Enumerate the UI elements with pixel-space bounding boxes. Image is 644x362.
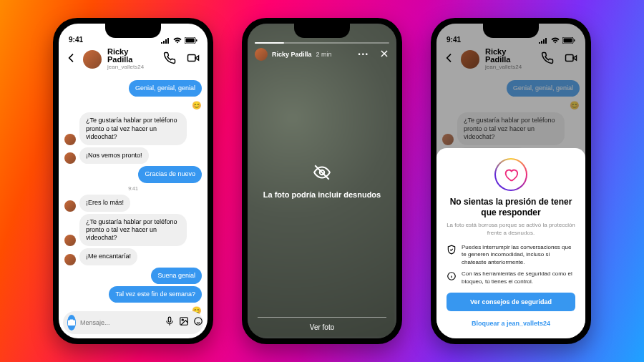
promo-stage: 9:41 Ricky Padilla jean_vallets24 bbox=[0, 0, 644, 362]
msg-other[interactable]: ¡Me encantaría! bbox=[79, 248, 137, 265]
safety-tips-button[interactable]: Ver consejos de seguridad bbox=[447, 293, 575, 311]
sticker-icon[interactable] bbox=[193, 316, 203, 329]
phone-sheet: 9:41 Ricky Padilla jean_vallets24 bbox=[431, 18, 591, 344]
sheet-bullet: Puedes interrumpir las conversaciones qu… bbox=[447, 244, 575, 266]
msg-other[interactable]: ¡Eres lo más! bbox=[79, 195, 130, 211]
phone-story: Ricky Padilla 2 min ••• La foto podría i… bbox=[242, 18, 402, 344]
progress-bar bbox=[255, 42, 389, 44]
msg-mine[interactable]: Genial, genial, genial bbox=[129, 80, 202, 97]
phone-chat: 9:41 Ricky Padilla jean_vallets24 bbox=[53, 18, 213, 344]
svg-rect-2 bbox=[196, 39, 197, 41]
composer bbox=[63, 311, 203, 334]
msg-other[interactable]: ¡Nos vemos pronto! bbox=[79, 147, 149, 164]
avatar-small bbox=[64, 200, 76, 212]
story-author: Ricky Padilla bbox=[272, 51, 312, 58]
svg-point-7 bbox=[195, 318, 203, 326]
avatar[interactable] bbox=[255, 48, 268, 61]
chat-handle: jean_vallets24 bbox=[107, 64, 152, 70]
heart-ring-icon bbox=[494, 158, 527, 191]
block-user-button[interactable]: Bloquear a jean_vallets24 bbox=[447, 315, 575, 331]
chat-scroll[interactable]: Genial, genial, genial 😊 ¿Te gustaría ha… bbox=[59, 75, 208, 317]
svg-rect-4 bbox=[168, 317, 171, 322]
image-icon[interactable] bbox=[179, 316, 189, 329]
avatar-small bbox=[64, 152, 76, 164]
avatar-small bbox=[64, 235, 76, 246]
msg-other[interactable]: ¿Te gustaría hablar por teléfono pronto … bbox=[79, 214, 187, 247]
avatar[interactable] bbox=[83, 50, 102, 69]
mic-icon[interactable] bbox=[165, 316, 175, 329]
notch bbox=[105, 22, 161, 38]
chat-title-block[interactable]: Ricky Padilla jean_vallets24 bbox=[107, 48, 152, 70]
avatar-small bbox=[64, 134, 76, 145]
chat-name: Ricky Padilla bbox=[107, 48, 152, 64]
safety-sheet: No sientas la presión de tener que respo… bbox=[436, 148, 585, 338]
close-icon[interactable] bbox=[379, 49, 389, 60]
status-icons bbox=[161, 37, 197, 44]
sheet-title: No sientas la presión de tener que respo… bbox=[447, 197, 575, 218]
msg-mine[interactable]: Suena genial bbox=[151, 268, 202, 284]
msg-mine[interactable]: Gracias de nuevo bbox=[138, 166, 202, 182]
sheet-subtitle: La foto está borrosa porque se activó la… bbox=[447, 222, 575, 237]
camera-button[interactable] bbox=[67, 315, 76, 331]
svg-point-6 bbox=[182, 319, 183, 321]
shield-check-icon bbox=[447, 245, 457, 255]
back-icon[interactable] bbox=[66, 52, 77, 67]
nudity-warning: La foto podría incluir desnudos bbox=[258, 190, 386, 199]
view-photo-button[interactable]: Ver foto bbox=[248, 323, 396, 331]
notch bbox=[294, 22, 350, 38]
clock: 9:41 bbox=[69, 36, 83, 44]
sheet-bullet: Con las herramientas de seguridad como e… bbox=[447, 270, 575, 285]
svg-rect-3 bbox=[188, 54, 196, 61]
timestamp: 9:41 bbox=[64, 186, 202, 192]
more-icon[interactable]: ••• bbox=[358, 51, 369, 58]
chat-header: Ricky Padilla jean_vallets24 bbox=[59, 45, 208, 75]
message-input[interactable] bbox=[80, 319, 160, 326]
eye-off-icon bbox=[313, 172, 331, 184]
notch bbox=[483, 22, 539, 38]
bullet-text: Puedes interrumpir las conversaciones qu… bbox=[462, 244, 575, 266]
audio-call-icon[interactable] bbox=[163, 52, 176, 67]
reaction-emoji[interactable]: 😊 bbox=[192, 101, 202, 111]
info-icon bbox=[447, 271, 457, 281]
divider bbox=[258, 317, 386, 318]
msg-other[interactable]: ¿Te gustaría hablar por teléfono pronto … bbox=[79, 112, 187, 145]
msg-mine[interactable]: Tal vez este fin de semana? bbox=[109, 286, 202, 303]
video-call-icon[interactable] bbox=[186, 52, 200, 67]
avatar-small bbox=[64, 254, 76, 265]
story-age: 2 min bbox=[316, 51, 332, 58]
svg-rect-1 bbox=[186, 39, 195, 43]
bullet-text: Con las herramientas de seguridad como e… bbox=[462, 270, 575, 285]
